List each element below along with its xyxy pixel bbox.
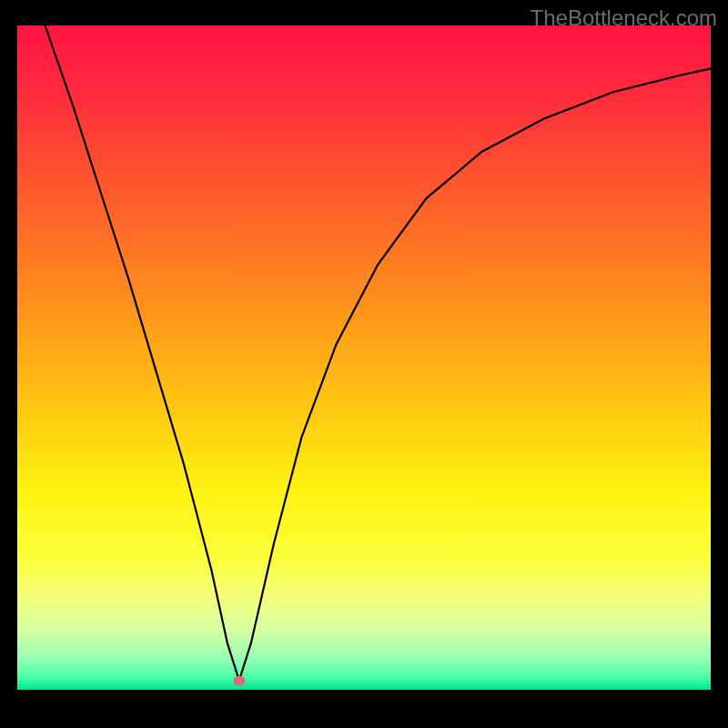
bottleneck-curve [46,25,712,681]
chart-frame [17,25,711,690]
curve-layer [17,25,711,690]
watermark-text: TheBottleneck.com [531,5,717,31]
optimal-point-marker [233,675,245,685]
